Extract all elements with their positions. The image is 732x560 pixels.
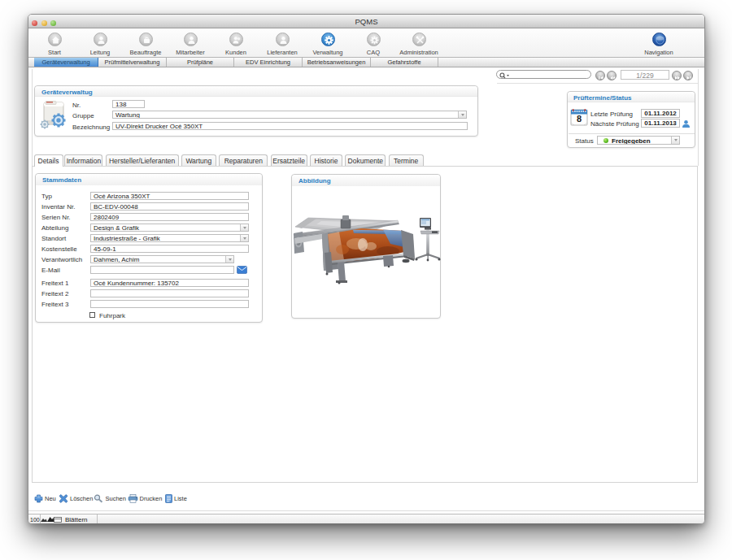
svg-text:8: 8: [577, 114, 582, 124]
